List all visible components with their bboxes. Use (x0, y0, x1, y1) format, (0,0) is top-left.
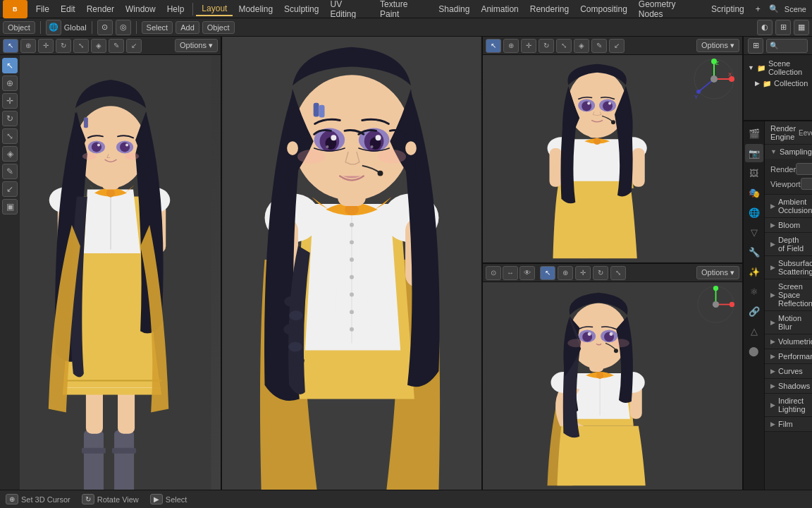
vrt-rotate-btn[interactable]: ↻ (539, 39, 554, 53)
prop-object-icon[interactable]: ▽ (745, 223, 763, 241)
vp-measure-btn[interactable]: ↙ (126, 39, 142, 53)
vs-measure-icon[interactable]: ↙ (2, 181, 18, 197)
menu-window[interactable]: Window (120, 3, 161, 16)
vp-transform-btn[interactable]: ◈ (91, 39, 106, 53)
vrt-select-btn[interactable]: ↖ (486, 39, 501, 53)
dof-header[interactable]: Depth of Field (765, 233, 812, 255)
vrt-annotate-btn[interactable]: ✎ (591, 39, 607, 53)
prop-scene-icon[interactable]: 🎭 (745, 183, 763, 202)
vp-left-options[interactable]: Options ▾ (175, 39, 218, 52)
vrb-select-btn[interactable]: ↖ (540, 266, 555, 280)
menu-file[interactable]: File (30, 3, 55, 16)
vp-scale-btn[interactable]: ⤡ (73, 39, 89, 53)
ssr-header[interactable]: Screen Space Reflections (765, 279, 812, 310)
menu-help[interactable]: Help (161, 3, 190, 16)
ws-sculpting[interactable]: Sculpting (278, 3, 324, 16)
ws-layout[interactable]: Layout (196, 2, 233, 16)
prop-constraints-icon[interactable]: 🔗 (745, 302, 763, 320)
menu-edit[interactable]: Edit (55, 3, 81, 16)
prop-world-icon[interactable]: 🌐 (745, 203, 763, 222)
vs-rotate-icon[interactable]: ↻ (2, 111, 18, 126)
sss-header[interactable]: Subsurface Scattering (765, 256, 812, 279)
film-header[interactable]: Film (765, 417, 812, 431)
mb-header[interactable]: Motion Blur (765, 311, 812, 334)
render-engine-header[interactable]: Render Engine Eevee (765, 121, 812, 144)
vp-move-btn[interactable]: ✛ (38, 39, 54, 53)
vrb-cursor-btn[interactable]: ⊕ (558, 266, 573, 280)
scene-collection-item[interactable]: 📁 Scene Collection (748, 58, 808, 78)
vrb-scale-btn[interactable]: ⤡ (610, 266, 626, 280)
prop-physics-icon[interactable]: ⚛ (745, 282, 763, 301)
vp-cursor-btn[interactable]: ⊕ (20, 39, 36, 53)
ws-compositing[interactable]: Compositing (574, 3, 633, 16)
prop-material-icon[interactable]: ⬤ (745, 341, 763, 360)
viewport-center-render[interactable] (222, 37, 481, 490)
prop-data-icon[interactable]: △ (745, 322, 763, 340)
vrt-options[interactable]: Options ▾ (696, 39, 739, 52)
bloom-header[interactable]: Bloom (765, 218, 812, 232)
collection-item[interactable]: 📁 Collection (748, 78, 808, 89)
xray-icon[interactable]: ▦ (794, 20, 809, 35)
snap-icon[interactable]: ⊙ (97, 20, 113, 35)
vs-cursor-icon[interactable]: ⊕ (2, 75, 18, 91)
vs-scale-icon[interactable]: ⤡ (2, 128, 18, 144)
ws-scripting[interactable]: Scripting (706, 3, 750, 16)
blender-logo[interactable]: B (3, 0, 27, 18)
vrt-measure-btn[interactable]: ↙ (609, 39, 625, 53)
ws-texture-paint[interactable]: Texture Paint (374, 0, 433, 20)
vrt-move-btn[interactable]: ✛ (521, 39, 536, 53)
vrt-cursor-btn[interactable]: ⊕ (503, 39, 519, 53)
il-header[interactable]: Indirect Lighting (765, 394, 812, 416)
render-samples-value[interactable]: 4096 (796, 163, 812, 175)
object-btn[interactable]: Object (202, 21, 235, 34)
perf-header[interactable]: Performance (765, 349, 812, 363)
vrt-scale-btn[interactable]: ⤡ (556, 39, 572, 53)
viewport-left-render[interactable] (0, 55, 221, 490)
vrb-vis-btn[interactable]: 👁 (519, 266, 535, 280)
proportional-edit-icon[interactable]: ◎ (116, 20, 131, 35)
vrb-move-btn[interactable]: ✛ (575, 266, 591, 280)
select-btn[interactable]: Select (142, 21, 173, 34)
prop-render-icon[interactable]: 🎬 (745, 124, 763, 143)
outliner-search[interactable]: 🔍 (766, 39, 808, 53)
vp-rotate-btn[interactable]: ↻ (56, 39, 71, 53)
viewport-samples-value[interactable]: 1024 (801, 178, 812, 190)
prop-output-icon[interactable]: 📷 (745, 144, 763, 162)
outliner-filter-icon[interactable]: ⊞ (748, 38, 763, 54)
prop-view-layer-icon[interactable]: 🖼 (745, 164, 763, 182)
vrb-rotate-btn[interactable]: ↻ (593, 266, 608, 280)
prop-particles-icon[interactable]: ✨ (745, 262, 763, 281)
vrt-transform-btn[interactable]: ◈ (574, 39, 589, 53)
vs-select-icon[interactable]: ↖ (2, 58, 18, 73)
ws-shading[interactable]: Shading (433, 3, 475, 16)
search-icon[interactable]: 🔍 (766, 1, 782, 17)
sampling-header[interactable]: Sampling (765, 145, 812, 159)
curves-arrow (770, 368, 775, 375)
vp-select-btn[interactable]: ↖ (3, 39, 18, 53)
add-btn[interactable]: Add (176, 21, 199, 34)
vrb-snap-btn[interactable]: ⊙ (486, 266, 501, 280)
viewport-shading-icon[interactable]: ◐ (757, 20, 773, 35)
vol-header[interactable]: Volumetrics (765, 334, 812, 349)
object-mode-dropdown[interactable]: Object (3, 21, 35, 34)
vrb-mode-btn[interactable]: ↔ (503, 266, 518, 280)
vs-move-icon[interactable]: ✛ (2, 93, 18, 109)
prop-modifier-icon[interactable]: 🔧 (745, 243, 763, 261)
menu-render[interactable]: Render (81, 3, 120, 16)
ws-animation[interactable]: Animation (475, 3, 524, 16)
ao-header[interactable]: Ambient Occlusion (765, 195, 812, 217)
vp-annotate-btn[interactable]: ✎ (109, 39, 124, 53)
vs-annotate-icon[interactable]: ✎ (2, 164, 18, 179)
ws-modeling[interactable]: Modeling (233, 3, 278, 16)
curves-header[interactable]: Curves (765, 364, 812, 378)
vs-add-icon[interactable]: ▣ (2, 199, 18, 214)
global-dropdown[interactable]: 🌐 (46, 20, 61, 35)
ws-rendering[interactable]: Rendering (524, 3, 574, 16)
vs-transform-icon[interactable]: ◈ (2, 146, 18, 162)
add-workspace-btn[interactable]: + (750, 3, 766, 16)
ws-uv-editing[interactable]: UV Editing (324, 0, 374, 20)
ws-geometry-nodes[interactable]: Geometry Nodes (633, 0, 706, 20)
shadows-header[interactable]: Shadows (765, 379, 812, 393)
overlay-icon[interactable]: ⊞ (775, 20, 791, 35)
vrb-options[interactable]: Options ▾ (696, 266, 739, 279)
